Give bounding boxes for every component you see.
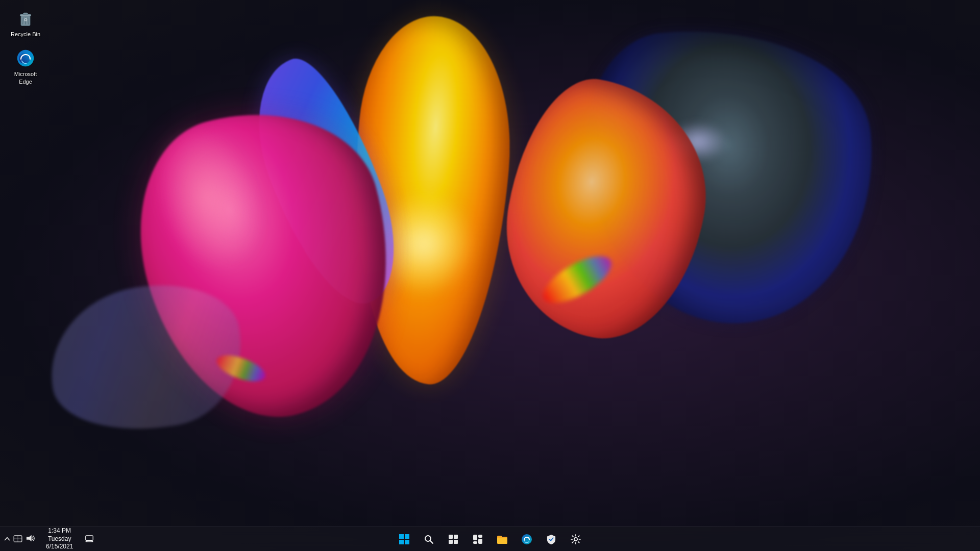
recycle-bin-image: ♻: [15, 8, 36, 29]
svg-rect-14: [449, 535, 453, 539]
svg-rect-17: [454, 540, 458, 544]
svg-rect-11: [405, 540, 409, 544]
taskbar-center: [393, 528, 587, 550]
wallpaper-shapes: [0, 0, 980, 551]
task-view-button[interactable]: [442, 528, 464, 550]
svg-rect-9: [405, 534, 409, 539]
svg-point-23: [574, 537, 577, 540]
search-button[interactable]: [418, 528, 440, 550]
start-button[interactable]: [393, 528, 415, 550]
file-explorer-button[interactable]: [491, 528, 513, 550]
taskbar: 1:34 PM Tuesday 6/15/2021: [0, 527, 980, 551]
volume-button[interactable]: [26, 534, 35, 544]
svg-rect-21: [473, 541, 477, 544]
svg-rect-18: [473, 535, 477, 540]
settings-button[interactable]: [565, 528, 587, 550]
clock-date: 6/15/2021: [46, 543, 73, 551]
svg-text:♻: ♻: [23, 17, 28, 22]
recycle-bin-label: Recycle Bin: [11, 31, 40, 38]
svg-rect-10: [399, 540, 404, 544]
security-button[interactable]: [540, 528, 562, 550]
svg-rect-15: [454, 535, 458, 539]
desktop: ♻ Recycle Bin: [0, 0, 980, 551]
tray-icons: [0, 534, 39, 544]
notifications-button[interactable]: [80, 528, 99, 550]
svg-line-13: [430, 540, 433, 543]
show-hidden-icons-button[interactable]: [4, 535, 10, 543]
system-tray: 1:34 PM Tuesday 6/15/2021: [0, 527, 103, 551]
svg-rect-2: [23, 13, 28, 15]
edge-image: [15, 48, 36, 68]
clock[interactable]: 1:34 PM Tuesday 6/15/2021: [40, 527, 79, 551]
widgets-button[interactable]: [467, 528, 489, 550]
clock-time: 1:34 PM: [48, 527, 71, 535]
clock-day: Tuesday: [48, 535, 71, 543]
svg-rect-16: [449, 540, 453, 544]
svg-rect-27: [86, 535, 93, 540]
desktop-icons: ♻ Recycle Bin: [0, 0, 51, 93]
svg-rect-19: [478, 535, 482, 538]
edge-label: Microsoft Edge: [7, 70, 44, 85]
svg-rect-20: [478, 539, 482, 544]
recycle-bin-icon[interactable]: ♻ Recycle Bin: [5, 5, 46, 41]
input-indicator-button[interactable]: [13, 535, 22, 543]
edge-taskbar-button[interactable]: [516, 528, 538, 550]
svg-rect-8: [399, 534, 404, 539]
svg-line-5: [28, 17, 29, 24]
edge-desktop-icon[interactable]: Microsoft Edge: [5, 45, 46, 88]
